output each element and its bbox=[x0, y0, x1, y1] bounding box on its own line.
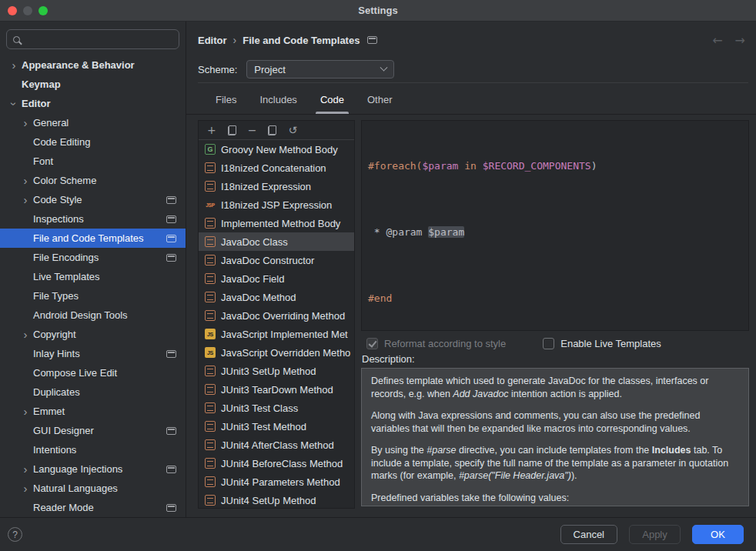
chevron-icon[interactable]: › bbox=[9, 99, 18, 109]
sidebar-item-label: File Types bbox=[33, 290, 79, 302]
template-item-javascript-overridden-metho[interactable]: JS JavaScript Overridden Metho bbox=[199, 343, 354, 362]
ok-button[interactable]: OK bbox=[692, 525, 744, 544]
breadcrumb-editor[interactable]: Editor bbox=[198, 35, 227, 46]
search-input[interactable] bbox=[25, 34, 172, 45]
cancel-button[interactable]: Cancel bbox=[560, 525, 617, 544]
template-item-junit3-test-class[interactable]: JUnit3 Test Class bbox=[199, 399, 354, 417]
scheme-dropdown[interactable]: Project bbox=[246, 60, 394, 78]
close-button[interactable] bbox=[8, 6, 17, 15]
sidebar-item-android-design-tools[interactable]: Android Design Tools bbox=[0, 306, 186, 325]
template-item-groovy-new-method-body[interactable]: G Groovy New Method Body bbox=[199, 140, 354, 159]
sidebar-item-copyright[interactable]: › Copyright bbox=[0, 325, 186, 344]
checkbox-checked-icon bbox=[366, 338, 378, 349]
chevron-icon[interactable]: › bbox=[21, 484, 30, 493]
template-item-label: JavaScript Overridden Metho bbox=[221, 347, 350, 359]
sidebar-item-file-types[interactable]: File Types bbox=[0, 286, 186, 306]
minimize-button[interactable] bbox=[23, 6, 32, 15]
chevron-icon[interactable]: › bbox=[21, 407, 30, 416]
sidebar-item-inspections[interactable]: Inspections bbox=[0, 209, 186, 229]
template-item-junit4-setup-method[interactable]: JUnit4 SetUp Method bbox=[199, 491, 354, 509]
sidebar-item-code-style[interactable]: › Code Style bbox=[0, 190, 186, 209]
sidebar-item-live-templates[interactable]: Live Templates bbox=[0, 267, 186, 286]
description-paragraph: Defines template which used to generate … bbox=[371, 375, 739, 400]
template-item-label: Groovy New Method Body bbox=[221, 144, 338, 155]
template-item-javadoc-constructor[interactable]: JavaDoc Constructor bbox=[199, 251, 354, 269]
sidebar-item-general[interactable]: › General bbox=[0, 113, 186, 132]
template-item-javadoc-class[interactable]: JavaDoc Class bbox=[199, 232, 354, 251]
zoom-button[interactable] bbox=[38, 6, 48, 15]
sidebar-item-inlay-hints[interactable]: Inlay Hints bbox=[0, 344, 186, 363]
template-item-i18nized-jsp-expression[interactable]: JSP I18nized JSP Expression bbox=[199, 195, 354, 214]
main-panel: Editor › File and Code Templates ← → Sch… bbox=[186, 22, 756, 517]
template-item-junit4-parameters-method[interactable]: JUnit4 Parameters Method bbox=[199, 473, 354, 491]
tab-label: Other bbox=[367, 94, 393, 105]
chevron-icon[interactable]: › bbox=[21, 330, 30, 339]
sidebar-item-color-scheme[interactable]: › Color Scheme bbox=[0, 171, 186, 190]
sidebar-item-language-injections[interactable]: › Language Injections bbox=[0, 459, 186, 479]
template-icon bbox=[205, 476, 216, 487]
sidebar-item-code-editing[interactable]: Code Editing bbox=[0, 132, 186, 152]
sidebar-item-intentions[interactable]: Intentions bbox=[0, 440, 186, 459]
template-item-javadoc-overriding-method[interactable]: JavaDoc Overriding Method bbox=[199, 306, 354, 325]
remove-icon[interactable]: − bbox=[248, 125, 257, 135]
template-item-javadoc-method[interactable]: JavaDoc Method bbox=[199, 288, 354, 306]
sidebar-item-gui-designer[interactable]: GUI Designer bbox=[0, 421, 186, 440]
chevron-icon[interactable]: › bbox=[21, 119, 30, 128]
sidebar-item-appearance-behavior[interactable]: › Appearance & Behavior bbox=[0, 55, 186, 75]
back-icon[interactable]: ← bbox=[712, 33, 722, 48]
sidebar-item-compose-live-edit[interactable]: Compose Live Edit bbox=[0, 363, 186, 382]
sidebar-item-duplicates[interactable]: Duplicates bbox=[0, 382, 186, 402]
template-icon bbox=[205, 310, 216, 321]
sidebar-item-natural-languages[interactable]: › Natural Languages bbox=[0, 479, 186, 498]
help-button[interactable]: ? bbox=[8, 527, 22, 542]
template-item-junit4-afterclass-method[interactable]: JUnit4 AfterClass Method bbox=[199, 436, 354, 454]
reformat-checkbox[interactable]: Reformat according to style bbox=[366, 338, 506, 349]
template-icon bbox=[205, 236, 216, 247]
template-item-label: I18nized Concatenation bbox=[221, 162, 326, 174]
search-icon bbox=[13, 36, 20, 43]
copy-icon[interactable] bbox=[228, 125, 236, 135]
settings-search[interactable] bbox=[6, 29, 179, 49]
template-item-label: I18nized Expression bbox=[221, 181, 311, 192]
template-item-i18nized-expression[interactable]: I18nized Expression bbox=[199, 177, 354, 195]
template-list: G Groovy New Method Body I18nized Concat… bbox=[199, 140, 354, 509]
enable-live-templates-checkbox[interactable]: Enable Live Templates bbox=[543, 338, 661, 349]
titlebar: Settings bbox=[0, 0, 756, 22]
chevron-icon[interactable]: › bbox=[21, 465, 30, 474]
template-editor[interactable]: #foreach($param in $RECORD_COMPONENTS) *… bbox=[361, 120, 749, 331]
sidebar-item-file-encodings[interactable]: File Encodings bbox=[0, 248, 186, 267]
add-icon[interactable]: + bbox=[207, 125, 216, 135]
chevron-icon[interactable]: › bbox=[21, 176, 30, 185]
template-item-junit3-teardown-method[interactable]: JUnit3 TearDown Method bbox=[199, 380, 354, 399]
template-item-javadoc-field[interactable]: JavaDoc Field bbox=[199, 269, 354, 288]
sidebar-item-label: Inlay Hints bbox=[33, 348, 80, 359]
scheme-label: Scheme: bbox=[198, 64, 237, 75]
chevron-icon[interactable]: › bbox=[9, 61, 18, 70]
sidebar-item-file-and-code-templates[interactable]: File and Code Templates bbox=[0, 229, 186, 248]
sidebar-item-editor[interactable]: › Editor bbox=[0, 94, 186, 113]
sidebar-item-font[interactable]: Font bbox=[0, 152, 186, 171]
tab-includes[interactable]: Includes bbox=[255, 88, 301, 114]
sidebar-item-emmet[interactable]: › Emmet bbox=[0, 402, 186, 421]
template-item-implemented-method-body[interactable]: Implemented Method Body bbox=[199, 214, 354, 232]
template-item-junit3-test-method[interactable]: JUnit3 Test Method bbox=[199, 417, 354, 436]
sidebar-item-keymap[interactable]: Keymap bbox=[0, 75, 186, 94]
template-icon bbox=[205, 495, 216, 506]
sidebar-item-reader-mode[interactable]: Reader Mode bbox=[0, 498, 186, 517]
tab-code[interactable]: Code bbox=[316, 88, 349, 114]
forward-icon[interactable]: → bbox=[735, 33, 745, 48]
template-icon bbox=[205, 366, 216, 376]
tab-other[interactable]: Other bbox=[363, 88, 397, 114]
template-item-junit4-beforeclass-method[interactable]: JUnit4 BeforeClass Method bbox=[199, 454, 354, 473]
tab-files[interactable]: Files bbox=[211, 88, 241, 114]
revert-icon[interactable]: ↺ bbox=[288, 125, 297, 135]
template-item-javascript-implemented-met[interactable]: JS JavaScript Implemented Met bbox=[199, 325, 354, 343]
description-paragraph: Predefined variables take the following … bbox=[371, 492, 739, 505]
chevron-icon[interactable]: › bbox=[21, 195, 30, 205]
apply-button[interactable]: Apply bbox=[629, 525, 681, 544]
breadcrumb-file-and-code-templates[interactable]: File and Code Templates bbox=[243, 35, 360, 46]
duplicate-icon[interactable] bbox=[268, 125, 276, 135]
template-item-junit3-setup-method[interactable]: JUnit3 SetUp Method bbox=[199, 362, 354, 380]
template-item-i18nized-concatenation[interactable]: I18nized Concatenation bbox=[199, 159, 354, 177]
sidebar-item-label: Code Style bbox=[33, 194, 82, 205]
